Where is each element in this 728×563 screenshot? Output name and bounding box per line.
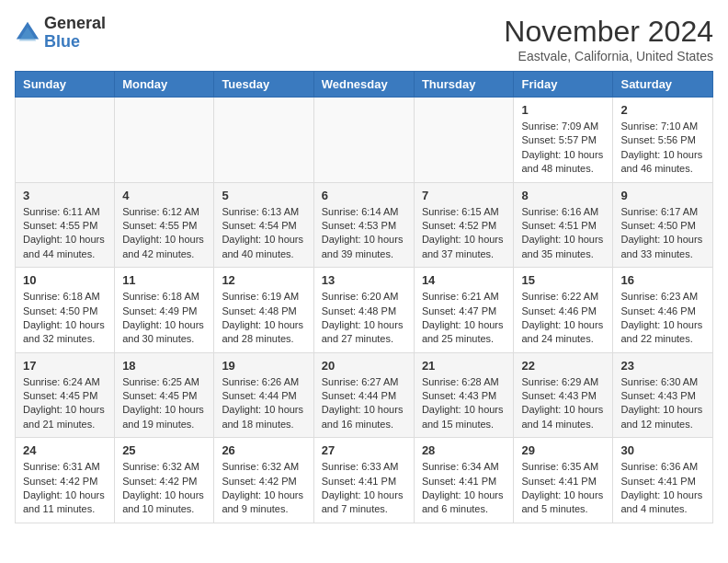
calendar-cell: 2Sunrise: 7:10 AM Sunset: 5:56 PM Daylig… (613, 98, 713, 183)
day-number: 9 (620, 189, 705, 202)
calendar-cell: 21Sunrise: 6:28 AM Sunset: 4:43 PM Dayli… (414, 352, 514, 438)
day-number: 19 (222, 359, 305, 373)
calendar-cell: 9Sunrise: 6:17 AM Sunset: 4:50 PM Daylig… (613, 182, 713, 268)
day-number: 25 (122, 443, 206, 457)
day-number: 18 (122, 359, 206, 373)
calendar-cell: 22Sunrise: 6:29 AM Sunset: 4:43 PM Dayli… (514, 352, 613, 438)
calendar-cell: 13Sunrise: 6:20 AM Sunset: 4:48 PM Dayli… (313, 268, 414, 353)
day-number: 21 (422, 359, 506, 373)
day-info: Sunrise: 6:28 AM Sunset: 4:43 PM Dayligh… (422, 375, 506, 432)
calendar-cell: 28Sunrise: 6:34 AM Sunset: 4:41 PM Dayli… (414, 438, 514, 523)
logo: General Blue (15, 15, 106, 52)
calendar-week-row: 3Sunrise: 6:11 AM Sunset: 4:55 PM Daylig… (16, 182, 713, 268)
day-info: Sunrise: 6:32 AM Sunset: 4:42 PM Dayligh… (122, 460, 206, 517)
page-header: General Blue November 2024 Eastvale, Cal… (15, 15, 713, 63)
day-info: Sunrise: 6:25 AM Sunset: 4:45 PM Dayligh… (122, 375, 206, 432)
day-info: Sunrise: 6:20 AM Sunset: 4:48 PM Dayligh… (322, 290, 406, 347)
weekday-header-sunday: Sunday (16, 72, 115, 98)
day-number: 5 (222, 189, 305, 202)
calendar-cell (313, 98, 414, 183)
calendar-cell: 30Sunrise: 6:36 AM Sunset: 4:41 PM Dayli… (613, 438, 713, 523)
calendar-cell: 18Sunrise: 6:25 AM Sunset: 4:45 PM Dayli… (115, 352, 214, 438)
calendar-cell: 24Sunrise: 6:31 AM Sunset: 4:42 PM Dayli… (16, 438, 115, 523)
calendar-cell (414, 98, 514, 183)
day-number: 27 (322, 443, 406, 457)
day-number: 3 (23, 189, 107, 202)
day-info: Sunrise: 6:11 AM Sunset: 4:55 PM Dayligh… (23, 205, 107, 262)
day-info: Sunrise: 6:32 AM Sunset: 4:42 PM Dayligh… (222, 460, 305, 517)
title-block: November 2024 Eastvale, California, Unit… (504, 15, 713, 63)
day-number: 8 (521, 189, 605, 202)
day-number: 22 (521, 359, 605, 373)
day-info: Sunrise: 6:19 AM Sunset: 4:48 PM Dayligh… (222, 290, 305, 347)
day-info: Sunrise: 6:14 AM Sunset: 4:53 PM Dayligh… (322, 205, 406, 262)
calendar-cell: 12Sunrise: 6:19 AM Sunset: 4:48 PM Dayli… (214, 268, 313, 353)
day-number: 16 (620, 273, 705, 287)
day-number: 23 (620, 359, 705, 373)
calendar-cell: 15Sunrise: 6:22 AM Sunset: 4:46 PM Dayli… (514, 268, 613, 353)
day-info: Sunrise: 6:18 AM Sunset: 4:49 PM Dayligh… (122, 290, 206, 347)
day-info: Sunrise: 6:17 AM Sunset: 4:50 PM Dayligh… (620, 205, 705, 262)
calendar-week-row: 24Sunrise: 6:31 AM Sunset: 4:42 PM Dayli… (16, 438, 713, 523)
calendar-week-row: 17Sunrise: 6:24 AM Sunset: 4:45 PM Dayli… (16, 352, 713, 438)
weekday-header-tuesday: Tuesday (214, 72, 313, 98)
calendar-cell: 16Sunrise: 6:23 AM Sunset: 4:46 PM Dayli… (613, 268, 713, 353)
calendar-cell: 26Sunrise: 6:32 AM Sunset: 4:42 PM Dayli… (214, 438, 313, 523)
day-info: Sunrise: 6:31 AM Sunset: 4:42 PM Dayligh… (23, 460, 107, 517)
day-info: Sunrise: 6:21 AM Sunset: 4:47 PM Dayligh… (422, 290, 506, 347)
day-info: Sunrise: 6:15 AM Sunset: 4:52 PM Dayligh… (422, 205, 506, 262)
day-info: Sunrise: 6:16 AM Sunset: 4:51 PM Dayligh… (521, 205, 605, 262)
day-info: Sunrise: 6:34 AM Sunset: 4:41 PM Dayligh… (422, 460, 506, 517)
calendar-cell (214, 98, 313, 183)
day-info: Sunrise: 6:13 AM Sunset: 4:54 PM Dayligh… (222, 205, 305, 262)
calendar-cell: 11Sunrise: 6:18 AM Sunset: 4:49 PM Dayli… (115, 268, 214, 353)
calendar-cell: 29Sunrise: 6:35 AM Sunset: 4:41 PM Dayli… (514, 438, 613, 523)
calendar-cell (115, 98, 214, 183)
calendar-cell: 6Sunrise: 6:14 AM Sunset: 4:53 PM Daylig… (313, 182, 414, 268)
calendar-cell: 20Sunrise: 6:27 AM Sunset: 4:44 PM Dayli… (313, 352, 414, 438)
calendar-cell: 8Sunrise: 6:16 AM Sunset: 4:51 PM Daylig… (514, 182, 613, 268)
weekday-header-monday: Monday (115, 72, 214, 98)
weekday-header-friday: Friday (514, 72, 613, 98)
calendar-cell: 3Sunrise: 6:11 AM Sunset: 4:55 PM Daylig… (16, 182, 115, 268)
calendar-cell: 5Sunrise: 6:13 AM Sunset: 4:54 PM Daylig… (214, 182, 313, 268)
day-info: Sunrise: 6:18 AM Sunset: 4:50 PM Dayligh… (23, 290, 107, 347)
location: Eastvale, California, United States (504, 49, 713, 63)
day-number: 20 (322, 359, 406, 373)
logo-blue-text: Blue (44, 32, 80, 51)
calendar-cell: 10Sunrise: 6:18 AM Sunset: 4:50 PM Dayli… (16, 268, 115, 353)
day-number: 11 (122, 273, 206, 287)
day-number: 29 (521, 443, 605, 457)
day-number: 10 (23, 273, 107, 287)
day-info: Sunrise: 6:26 AM Sunset: 4:44 PM Dayligh… (222, 375, 305, 432)
calendar-week-row: 1Sunrise: 7:09 AM Sunset: 5:57 PM Daylig… (16, 98, 713, 183)
day-number: 6 (322, 189, 406, 202)
weekday-header-row: SundayMondayTuesdayWednesdayThursdayFrid… (16, 72, 713, 98)
calendar-cell: 19Sunrise: 6:26 AM Sunset: 4:44 PM Dayli… (214, 352, 313, 438)
day-info: Sunrise: 6:30 AM Sunset: 4:43 PM Dayligh… (620, 375, 705, 432)
calendar-cell: 14Sunrise: 6:21 AM Sunset: 4:47 PM Dayli… (414, 268, 514, 353)
day-number: 7 (422, 189, 506, 202)
day-number: 1 (521, 103, 605, 117)
day-number: 15 (521, 273, 605, 287)
day-info: Sunrise: 7:09 AM Sunset: 5:57 PM Dayligh… (521, 120, 605, 177)
day-number: 14 (422, 273, 506, 287)
calendar-cell: 1Sunrise: 7:09 AM Sunset: 5:57 PM Daylig… (514, 98, 613, 183)
day-number: 26 (222, 443, 305, 457)
day-info: Sunrise: 7:10 AM Sunset: 5:56 PM Dayligh… (620, 120, 705, 177)
logo-icon (15, 20, 40, 46)
calendar-cell: 17Sunrise: 6:24 AM Sunset: 4:45 PM Dayli… (16, 352, 115, 438)
day-info: Sunrise: 6:35 AM Sunset: 4:41 PM Dayligh… (521, 460, 605, 517)
calendar-cell: 23Sunrise: 6:30 AM Sunset: 4:43 PM Dayli… (613, 352, 713, 438)
day-number: 24 (23, 443, 107, 457)
calendar-week-row: 10Sunrise: 6:18 AM Sunset: 4:50 PM Dayli… (16, 268, 713, 353)
weekday-header-wednesday: Wednesday (313, 72, 414, 98)
day-info: Sunrise: 6:36 AM Sunset: 4:41 PM Dayligh… (620, 460, 705, 517)
day-number: 13 (322, 273, 406, 287)
day-info: Sunrise: 6:12 AM Sunset: 4:55 PM Dayligh… (122, 205, 206, 262)
calendar-cell (16, 98, 115, 183)
weekday-header-thursday: Thursday (414, 72, 514, 98)
calendar-cell: 25Sunrise: 6:32 AM Sunset: 4:42 PM Dayli… (115, 438, 214, 523)
day-info: Sunrise: 6:29 AM Sunset: 4:43 PM Dayligh… (521, 375, 605, 432)
day-number: 17 (23, 359, 107, 373)
